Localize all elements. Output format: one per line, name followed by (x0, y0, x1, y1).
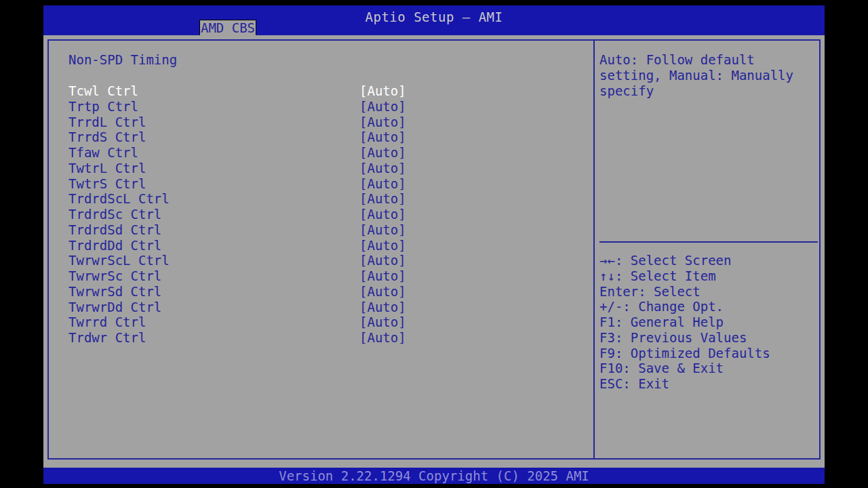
setting-row[interactable]: Trtp Ctrl[Auto] (49, 99, 593, 115)
setting-label: TwtrS Ctrl (68, 176, 146, 191)
setting-value: [Auto] (359, 268, 406, 283)
main-panel: Non-SPD Timing Tcwl Ctrl[Auto]Trtp Ctrl[… (47, 39, 821, 460)
setting-row[interactable]: Twrrd Ctrl[Auto] (49, 314, 593, 330)
setting-label: TwrwrSc Ctrl (68, 268, 161, 283)
bios-screen: Aptio Setup – AMI AMD CBS Non-SPD Timing… (43, 5, 825, 484)
settings-list: Tcwl Ctrl[Auto]Trtp Ctrl[Auto]TrrdL Ctrl… (49, 83, 593, 346)
setting-value: [Auto] (359, 176, 406, 191)
setting-label: TwrwrDd Ctrl (68, 300, 161, 314)
key-hint: +/-: Change Opt. (599, 299, 823, 314)
panel-divider (593, 41, 595, 458)
setting-row[interactable]: Tfaw Ctrl[Auto] (49, 145, 593, 161)
setting-value: [Auto] (359, 115, 406, 129)
setting-row[interactable]: TwrwrSd Ctrl[Auto] (49, 284, 593, 300)
setting-row[interactable]: TwtrL Ctrl[Auto] (49, 161, 593, 176)
setting-row[interactable]: TrrdS Ctrl[Auto] (49, 129, 593, 145)
setting-label: TrdrdSd Ctrl (68, 222, 161, 237)
setting-label: TrdrdDd Ctrl (68, 238, 161, 253)
setting-label: Tfaw Ctrl (68, 145, 138, 160)
body-background: Non-SPD Timing Tcwl Ctrl[Auto]Trtp Ctrl[… (43, 35, 825, 468)
setting-value: [Auto] (359, 284, 406, 299)
setting-row[interactable]: TrdrdSc Ctrl[Auto] (49, 207, 593, 222)
setting-value: [Auto] (359, 253, 406, 268)
footer-bar: Version 2.22.1294 Copyright (C) 2025 AMI (43, 468, 825, 484)
setting-value: [Auto] (359, 145, 406, 160)
help-divider (599, 241, 818, 243)
setting-row[interactable]: TwrwrSc Ctrl[Auto] (49, 268, 593, 284)
setting-label: Trdwr Ctrl (68, 330, 146, 345)
setting-value: [Auto] (359, 207, 406, 222)
key-hint: F9: Optimized Defaults (599, 346, 823, 361)
setting-row[interactable]: TrdrdSd Ctrl[Auto] (49, 222, 593, 238)
setting-row[interactable]: Trdwr Ctrl[Auto] (49, 330, 593, 346)
setting-value: [Auto] (359, 238, 406, 253)
key-hint: F1: General Help (599, 314, 823, 330)
page-title: Aptio Setup – AMI (43, 9, 825, 24)
setting-row[interactable]: Tcwl Ctrl[Auto] (49, 83, 593, 99)
setting-value: [Auto] (359, 330, 406, 345)
setting-row[interactable]: TrdrdDd Ctrl[Auto] (49, 238, 593, 253)
setting-label: Trtp Ctrl (68, 99, 138, 114)
setting-label: TrrdS Ctrl (68, 129, 146, 144)
setting-value: [Auto] (359, 129, 406, 144)
setting-value: [Auto] (359, 191, 406, 206)
header-bar: Aptio Setup – AMI AMD CBS (43, 5, 825, 35)
setting-value: [Auto] (359, 161, 406, 176)
key-hint: →←: Select Screen (599, 253, 823, 268)
setting-label: Tcwl Ctrl (68, 83, 138, 98)
setting-value: [Auto] (359, 300, 406, 314)
setting-row[interactable]: TwrwrScL Ctrl[Auto] (49, 253, 593, 268)
setting-label: TrdrdScL Ctrl (68, 191, 170, 206)
setting-label: TwrwrScL Ctrl (68, 253, 170, 268)
help-description: Auto: Follow default setting, Manual: Ma… (599, 52, 803, 98)
setting-value: [Auto] (359, 222, 406, 237)
key-hint: Enter: Select (599, 284, 823, 300)
setting-label: TrrdL Ctrl (68, 115, 146, 129)
setting-value: [Auto] (359, 99, 406, 114)
setting-label: TwtrL Ctrl (68, 161, 146, 176)
section-title: Non-SPD Timing (68, 52, 177, 67)
setting-label: TrdrdSc Ctrl (68, 207, 161, 222)
tab-amd-cbs[interactable]: AMD CBS (199, 20, 256, 35)
setting-label: TwrwrSd Ctrl (68, 284, 161, 299)
setting-value: [Auto] (359, 83, 406, 98)
setting-label: Twrrd Ctrl (68, 314, 146, 329)
key-hint: ↑↓: Select Item (599, 268, 823, 284)
key-hint: F3: Previous Values (599, 330, 823, 346)
setting-row[interactable]: TwrwrDd Ctrl[Auto] (49, 300, 593, 315)
setting-row[interactable]: TrdrdScL Ctrl[Auto] (49, 191, 593, 207)
key-hint: ESC: Exit (599, 376, 823, 392)
setting-row[interactable]: TrrdL Ctrl[Auto] (49, 115, 593, 130)
setting-value: [Auto] (359, 314, 406, 329)
key-hints-list: →←: Select Screen↑↓: Select ItemEnter: S… (599, 253, 823, 392)
setting-row[interactable]: TwtrS Ctrl[Auto] (49, 176, 593, 192)
version-text: Version 2.22.1294 Copyright (C) 2025 AMI (43, 468, 825, 483)
key-hint: F10: Save & Exit (599, 361, 823, 376)
